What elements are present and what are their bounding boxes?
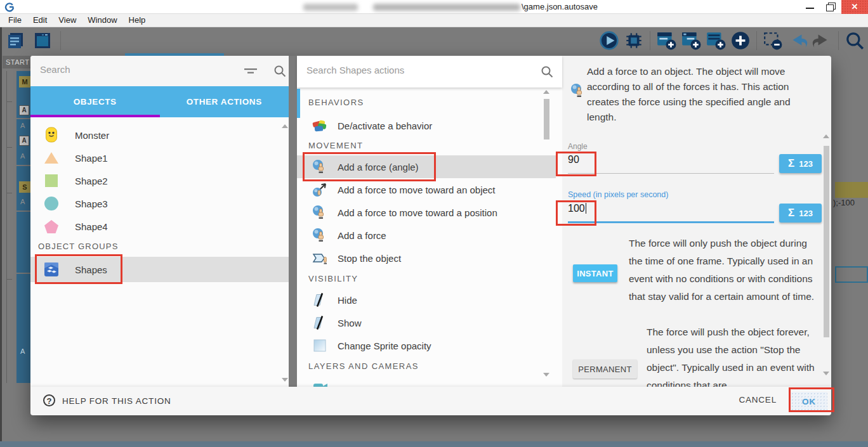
add-more-button[interactable]	[730, 30, 751, 51]
menu-edit[interactable]: Edit	[27, 14, 53, 27]
behavior-icon	[311, 117, 329, 134]
help-link[interactable]: HELP FOR THIS ACTION	[62, 396, 171, 406]
scroll-down-icon[interactable]	[543, 373, 549, 377]
parameters-scrollbar[interactable]	[823, 132, 830, 380]
action-row-stop-object[interactable]: Stop the object	[297, 247, 556, 269]
action-list-scrollbar[interactable]	[543, 89, 550, 387]
background-event-gap	[16, 118, 30, 119]
section-header-movement: MOVEMENT	[308, 141, 363, 150]
object-row-shape3[interactable]: Shape3	[30, 192, 289, 215]
background-event-gap	[16, 211, 30, 212]
scroll-position-indicator	[297, 89, 300, 118]
monster-icon	[43, 127, 60, 143]
speed-expression-button[interactable]: Σ 123	[779, 204, 822, 223]
angle-underline	[568, 173, 774, 174]
speed-label: Speed (in pixels per second)	[568, 190, 668, 199]
add-subevent-button[interactable]	[680, 30, 702, 51]
background-event-letter: A	[20, 198, 25, 205]
scrollbar-thumb[interactable]	[824, 146, 829, 337]
gdevelop-logo-icon	[4, 2, 15, 15]
object-list: Monster Shape1 Shape2 Shape3 Shape4 OBJE…	[30, 117, 289, 387]
action-row-change-opacity[interactable]: Change Sprite opacity	[297, 334, 556, 357]
search-icon[interactable]	[541, 65, 553, 81]
tab-objects[interactable]: OBJECTS	[30, 86, 160, 117]
background-tree-stub	[6, 101, 12, 102]
object-row-shape1[interactable]: Shape1	[30, 146, 289, 169]
square-icon	[43, 173, 60, 188]
redacted-title-segment	[373, 4, 520, 11]
menu-file[interactable]: File	[3, 14, 27, 27]
action-row-partial[interactable]	[297, 376, 556, 387]
scroll-down-icon[interactable]	[823, 372, 829, 375]
backdrop-gap	[289, 56, 297, 387]
speed-underline	[568, 221, 774, 223]
permanent-button[interactable]: PERMANENT	[573, 360, 637, 379]
action-list-panel: BEHAVIORS De/activate a behavior MOVEMEN…	[297, 56, 562, 387]
scroll-down-icon[interactable]	[282, 378, 288, 382]
object-tabs: OBJECTS OTHER ACTIONS	[30, 86, 289, 117]
annotation-box-shapes	[35, 254, 122, 284]
action-row-add-force[interactable]: Add a force	[297, 224, 556, 247]
instruction-editor-dialog: OBJECTS OTHER ACTIONS Monster Shape1 Sha…	[30, 56, 831, 415]
action-row-force-toward-object[interactable]: Add a force to move toward an object	[297, 178, 556, 201]
help-icon[interactable]: ?	[43, 394, 55, 406]
action-search-input[interactable]	[306, 65, 497, 75]
scroll-up-icon[interactable]	[282, 124, 288, 128]
annotation-box-angle-value	[556, 152, 596, 176]
angle-label: Angle	[568, 142, 588, 151]
add-event-button[interactable]	[655, 30, 677, 51]
action-row-force-toward-position[interactable]: Add a force to move toward a position	[297, 201, 556, 224]
delete-event-icon	[763, 30, 783, 51]
background-field-fragment	[835, 266, 868, 283]
redo-button[interactable]	[812, 30, 833, 51]
permanent-description: The force will push the object forever, …	[647, 323, 819, 394]
events-list-icon	[6, 31, 25, 50]
toolbar-separator	[756, 31, 757, 50]
debugger-button[interactable]	[623, 30, 645, 51]
cancel-button[interactable]: CANCEL	[739, 395, 777, 405]
delete-event-button[interactable]	[762, 30, 784, 51]
action-label: Show	[338, 318, 362, 328]
background-event-letter: M	[19, 76, 30, 87]
preview-button[interactable]	[598, 30, 620, 51]
scroll-up-icon[interactable]	[543, 90, 549, 94]
object-row-shape4[interactable]: Shape4	[30, 215, 289, 238]
undo-button[interactable]	[787, 30, 808, 51]
search-icon	[845, 30, 865, 51]
instant-button[interactable]: INSTANT	[573, 264, 617, 282]
stop-object-icon	[311, 250, 329, 266]
add-event-icon	[656, 30, 676, 51]
action-row-hide[interactable]: Hide	[297, 288, 556, 311]
search-events-button[interactable]	[844, 30, 865, 51]
object-search-input[interactable]	[40, 64, 230, 75]
scroll-up-icon[interactable]	[823, 134, 829, 138]
scrollbar-thumb[interactable]	[544, 99, 549, 139]
action-label: Stop the object	[338, 253, 401, 264]
action-row-show[interactable]: Show	[297, 311, 556, 334]
object-row-monster[interactable]: Monster	[30, 124, 289, 146]
dialog-footer: ? HELP FOR THIS ACTION CANCEL OK	[30, 387, 831, 415]
minimize-button[interactable]	[801, 0, 820, 14]
search-icon[interactable]	[273, 65, 286, 80]
window-edge	[0, 27, 2, 447]
angle-expression-button[interactable]: Σ 123	[779, 154, 822, 173]
section-header-visibility: VISIBILITY	[308, 274, 358, 283]
menu-help[interactable]: Help	[123, 14, 152, 27]
menu-window[interactable]: Window	[82, 14, 122, 27]
object-row-shape2[interactable]: Shape2	[30, 169, 289, 192]
add-comment-button[interactable]	[705, 30, 727, 51]
object-groups-header: OBJECT GROUPS	[38, 242, 119, 251]
restore-button[interactable]	[821, 0, 840, 14]
filter-icon[interactable]	[244, 67, 258, 78]
project-manager-button[interactable]	[5, 30, 27, 51]
close-button[interactable]: ✕	[841, 0, 868, 14]
numbers-icon: 123	[799, 159, 813, 169]
tab-other-actions[interactable]: OTHER ACTIONS	[160, 86, 289, 117]
scene-editor-button[interactable]	[32, 30, 53, 51]
action-row-deactivate-behavior[interactable]: De/activate a behavior	[297, 114, 556, 137]
plus-circle-icon	[730, 30, 751, 51]
action-label: De/activate a behavior	[338, 120, 432, 131]
menu-view[interactable]: View	[53, 14, 82, 27]
sigma-icon: Σ	[788, 157, 794, 170]
annotation-box-ok-button	[789, 387, 834, 412]
